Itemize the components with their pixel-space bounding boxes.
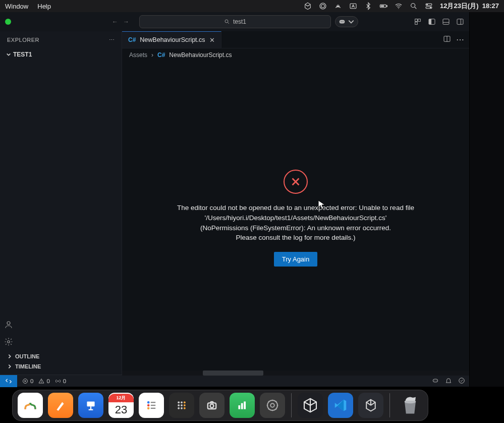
unity-tray-icon[interactable] [304,2,312,10]
explorer-title: EXPLORER [7,37,39,43]
toggle-panel-icon[interactable] [441,17,451,27]
layout-customize-icon[interactable] [413,17,423,27]
dock-trash-icon[interactable] [398,393,423,418]
svg-point-40 [434,380,435,381]
status-check-icon[interactable] [458,377,465,385]
breadcrumb-folder[interactable]: Assets [129,51,147,59]
svg-point-55 [178,404,180,406]
svg-rect-25 [457,19,463,25]
vscode-titlebar: ← → test1 [0,12,469,31]
wifi-tray-icon[interactable] [395,2,403,10]
menubar-time[interactable]: 18:27 [482,2,499,10]
svg-point-27 [7,322,10,325]
chevron-down-icon [348,18,355,25]
vscode-window: ← → test1 EXPLORER ⋯ [0,12,470,387]
workspace-folder-row[interactable]: TEST1 [2,49,120,60]
svg-rect-6 [381,6,384,7]
menubar-date[interactable]: 12月23日(月) [440,2,479,10]
explorer-more-icon[interactable]: ⋯ [109,37,115,43]
svg-point-59 [181,407,183,409]
command-center[interactable]: test1 [139,15,331,28]
dock-reminders-icon[interactable] [139,393,164,418]
accounts-icon[interactable] [4,320,13,329]
svg-point-8 [411,4,415,8]
dock-unity-hub-icon[interactable] [298,393,323,418]
mouse-cursor-icon [318,200,326,212]
status-ports[interactable]: 0 [55,378,66,384]
nav-forward-icon[interactable]: → [123,18,129,25]
outline-section[interactable]: OUTLINE [0,351,122,361]
svg-point-42 [459,378,465,383]
menubar-help[interactable]: Help [37,3,51,10]
input-source-tray-icon[interactable] [349,2,357,10]
bluetooth-tray-icon[interactable] [364,2,372,10]
breadcrumb[interactable]: Assets › C# NewBehaviourScript.cs [122,48,469,62]
status-errors[interactable]: 0 [22,378,33,384]
tab-close-icon[interactable]: ✕ [209,36,215,44]
svg-point-0 [320,3,326,9]
explorer-sidebar: EXPLORER ⋯ TEST1 OUTLINE [0,31,122,375]
nav-back-icon[interactable]: ← [112,18,118,25]
horizontal-scrollbar[interactable] [122,371,469,376]
svg-point-28 [8,341,10,343]
svg-rect-65 [244,401,246,409]
dock-numbers-icon[interactable] [230,393,255,418]
dock-vscode-icon[interactable] [328,393,353,418]
split-editor-icon[interactable] [443,35,451,45]
toggle-secondary-sidebar-icon[interactable] [455,17,465,27]
copilot-chat-button[interactable] [335,16,358,27]
warning-triangle-icon [38,378,44,384]
svg-point-10 [426,4,428,6]
dock-screenshot-icon[interactable] [199,393,225,418]
control-center-tray-icon[interactable] [425,2,433,10]
status-copilot-icon[interactable] [432,377,439,385]
svg-point-58 [178,407,180,409]
window-traffic-light-green[interactable] [5,19,11,25]
svg-point-37 [41,382,42,383]
remote-indicator[interactable] [0,375,17,387]
dock-separator [389,393,390,417]
dock-calculator-icon[interactable] [169,393,194,418]
outline-label: OUTLINE [15,353,39,359]
svg-point-7 [398,8,399,9]
chevron-right-icon [7,364,12,369]
dock-freeform-icon[interactable] [18,393,43,418]
battery-tray-icon[interactable] [379,2,387,10]
svg-rect-64 [241,403,243,409]
svg-point-12 [430,7,431,9]
try-again-button[interactable]: Try Again [274,252,317,267]
dock-unity-editor-icon[interactable] [358,393,383,418]
menubar-window[interactable]: Window [5,3,28,10]
svg-rect-39 [433,379,437,382]
timeline-section[interactable]: TIMELINE [0,361,122,372]
radio-tower-icon [55,378,61,384]
notifications-bell-icon[interactable] [445,377,452,385]
svg-rect-63 [238,405,240,409]
svg-point-1 [321,5,325,8]
settings-gear-icon[interactable] [4,337,13,346]
dock-calendar-icon[interactable]: 12月 23 [108,393,134,418]
scrollbar-thumb[interactable] [203,371,263,376]
breadcrumb-file[interactable]: NewBehaviourScript.cs [169,51,232,59]
svg-point-15 [341,21,342,22]
spotlight-tray-icon[interactable] [410,2,418,10]
dock-pages-icon[interactable] [48,393,73,418]
dock-system-settings-icon[interactable] [260,393,285,418]
airdrop-tray-icon[interactable] [334,2,342,10]
creative-cloud-tray-icon[interactable] [319,2,327,10]
calendar-month-label: 12月 [108,394,134,402]
csharp-file-icon: C# [157,51,165,59]
editor-tab[interactable]: C# NewBehaviourScript.cs ✕ [122,31,221,48]
tabs-row: C# NewBehaviourScript.cs ✕ ⋯ [122,31,469,48]
toggle-primary-sidebar-icon[interactable] [427,17,437,27]
svg-rect-17 [415,19,418,22]
calendar-day-label: 23 [115,402,127,417]
desktop-background-right [470,12,504,387]
breadcrumb-separator: › [151,51,153,59]
svg-point-41 [436,380,436,381]
dock-keynote-icon[interactable] [78,393,103,418]
status-warnings[interactable]: 0 [38,378,49,384]
timeline-label: TIMELINE [15,363,41,369]
editor-more-icon[interactable]: ⋯ [456,35,464,44]
svg-point-67 [270,403,274,407]
